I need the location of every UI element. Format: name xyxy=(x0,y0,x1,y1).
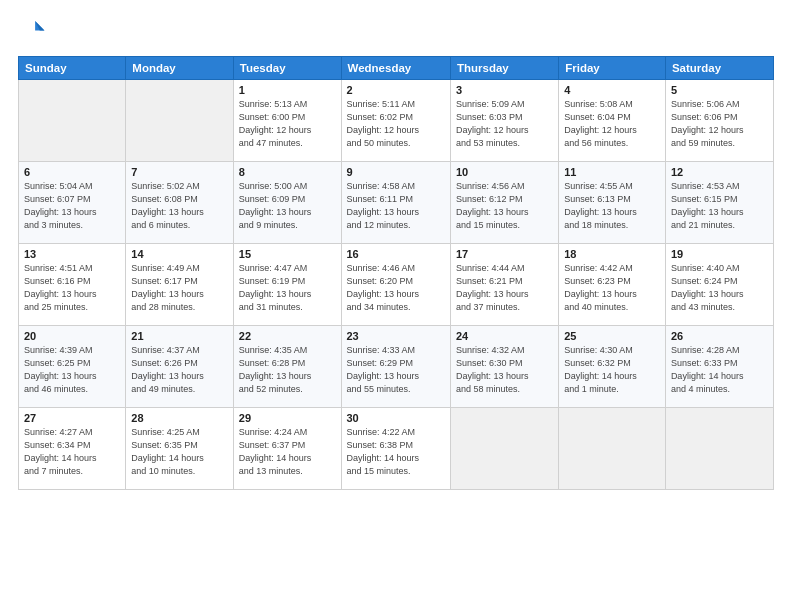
calendar-cell: 16Sunrise: 4:46 AM Sunset: 6:20 PM Dayli… xyxy=(341,244,450,326)
day-info: Sunrise: 4:22 AM Sunset: 6:38 PM Dayligh… xyxy=(347,426,445,478)
day-info: Sunrise: 4:42 AM Sunset: 6:23 PM Dayligh… xyxy=(564,262,660,314)
day-number: 3 xyxy=(456,84,553,96)
calendar-cell: 26Sunrise: 4:28 AM Sunset: 6:33 PM Dayli… xyxy=(665,326,773,408)
day-info: Sunrise: 4:51 AM Sunset: 6:16 PM Dayligh… xyxy=(24,262,120,314)
day-info: Sunrise: 4:53 AM Sunset: 6:15 PM Dayligh… xyxy=(671,180,768,232)
calendar-week-1: 1Sunrise: 5:13 AM Sunset: 6:00 PM Daylig… xyxy=(19,80,774,162)
calendar-cell: 2Sunrise: 5:11 AM Sunset: 6:02 PM Daylig… xyxy=(341,80,450,162)
day-info: Sunrise: 5:06 AM Sunset: 6:06 PM Dayligh… xyxy=(671,98,768,150)
calendar-cell: 1Sunrise: 5:13 AM Sunset: 6:00 PM Daylig… xyxy=(233,80,341,162)
day-info: Sunrise: 4:33 AM Sunset: 6:29 PM Dayligh… xyxy=(347,344,445,396)
day-info: Sunrise: 4:46 AM Sunset: 6:20 PM Dayligh… xyxy=(347,262,445,314)
day-info: Sunrise: 4:25 AM Sunset: 6:35 PM Dayligh… xyxy=(131,426,227,478)
day-number: 15 xyxy=(239,248,336,260)
calendar-cell xyxy=(450,408,558,490)
day-number: 4 xyxy=(564,84,660,96)
day-number: 28 xyxy=(131,412,227,424)
day-info: Sunrise: 4:47 AM Sunset: 6:19 PM Dayligh… xyxy=(239,262,336,314)
calendar-cell: 24Sunrise: 4:32 AM Sunset: 6:30 PM Dayli… xyxy=(450,326,558,408)
day-number: 29 xyxy=(239,412,336,424)
calendar-cell: 15Sunrise: 4:47 AM Sunset: 6:19 PM Dayli… xyxy=(233,244,341,326)
calendar-cell xyxy=(665,408,773,490)
day-info: Sunrise: 5:00 AM Sunset: 6:09 PM Dayligh… xyxy=(239,180,336,232)
day-number: 6 xyxy=(24,166,120,178)
day-number: 1 xyxy=(239,84,336,96)
day-info: Sunrise: 4:28 AM Sunset: 6:33 PM Dayligh… xyxy=(671,344,768,396)
day-number: 26 xyxy=(671,330,768,342)
weekday-row: SundayMondayTuesdayWednesdayThursdayFrid… xyxy=(19,57,774,80)
day-number: 13 xyxy=(24,248,120,260)
calendar-cell: 20Sunrise: 4:39 AM Sunset: 6:25 PM Dayli… xyxy=(19,326,126,408)
page: SundayMondayTuesdayWednesdayThursdayFrid… xyxy=(0,0,792,612)
day-number: 14 xyxy=(131,248,227,260)
header xyxy=(18,18,774,46)
day-number: 11 xyxy=(564,166,660,178)
day-number: 18 xyxy=(564,248,660,260)
weekday-header-friday: Friday xyxy=(559,57,666,80)
day-number: 7 xyxy=(131,166,227,178)
calendar-cell: 5Sunrise: 5:06 AM Sunset: 6:06 PM Daylig… xyxy=(665,80,773,162)
calendar-header: SundayMondayTuesdayWednesdayThursdayFrid… xyxy=(19,57,774,80)
calendar-week-4: 20Sunrise: 4:39 AM Sunset: 6:25 PM Dayli… xyxy=(19,326,774,408)
calendar-week-2: 6Sunrise: 5:04 AM Sunset: 6:07 PM Daylig… xyxy=(19,162,774,244)
day-info: Sunrise: 4:30 AM Sunset: 6:32 PM Dayligh… xyxy=(564,344,660,396)
day-info: Sunrise: 5:02 AM Sunset: 6:08 PM Dayligh… xyxy=(131,180,227,232)
calendar-cell: 3Sunrise: 5:09 AM Sunset: 6:03 PM Daylig… xyxy=(450,80,558,162)
day-info: Sunrise: 4:44 AM Sunset: 6:21 PM Dayligh… xyxy=(456,262,553,314)
day-info: Sunrise: 4:37 AM Sunset: 6:26 PM Dayligh… xyxy=(131,344,227,396)
day-info: Sunrise: 4:49 AM Sunset: 6:17 PM Dayligh… xyxy=(131,262,227,314)
day-info: Sunrise: 5:04 AM Sunset: 6:07 PM Dayligh… xyxy=(24,180,120,232)
day-info: Sunrise: 4:58 AM Sunset: 6:11 PM Dayligh… xyxy=(347,180,445,232)
day-info: Sunrise: 4:56 AM Sunset: 6:12 PM Dayligh… xyxy=(456,180,553,232)
calendar-week-5: 27Sunrise: 4:27 AM Sunset: 6:34 PM Dayli… xyxy=(19,408,774,490)
day-info: Sunrise: 4:24 AM Sunset: 6:37 PM Dayligh… xyxy=(239,426,336,478)
calendar-cell: 23Sunrise: 4:33 AM Sunset: 6:29 PM Dayli… xyxy=(341,326,450,408)
calendar-table: SundayMondayTuesdayWednesdayThursdayFrid… xyxy=(18,56,774,490)
calendar-cell: 10Sunrise: 4:56 AM Sunset: 6:12 PM Dayli… xyxy=(450,162,558,244)
weekday-header-thursday: Thursday xyxy=(450,57,558,80)
calendar-cell: 30Sunrise: 4:22 AM Sunset: 6:38 PM Dayli… xyxy=(341,408,450,490)
calendar-cell: 25Sunrise: 4:30 AM Sunset: 6:32 PM Dayli… xyxy=(559,326,666,408)
calendar-cell: 13Sunrise: 4:51 AM Sunset: 6:16 PM Dayli… xyxy=(19,244,126,326)
weekday-header-monday: Monday xyxy=(126,57,233,80)
calendar-cell: 28Sunrise: 4:25 AM Sunset: 6:35 PM Dayli… xyxy=(126,408,233,490)
calendar-cell: 14Sunrise: 4:49 AM Sunset: 6:17 PM Dayli… xyxy=(126,244,233,326)
logo-icon xyxy=(18,18,46,46)
calendar-cell: 29Sunrise: 4:24 AM Sunset: 6:37 PM Dayli… xyxy=(233,408,341,490)
day-number: 30 xyxy=(347,412,445,424)
day-info: Sunrise: 4:32 AM Sunset: 6:30 PM Dayligh… xyxy=(456,344,553,396)
day-number: 5 xyxy=(671,84,768,96)
day-number: 17 xyxy=(456,248,553,260)
calendar-cell: 21Sunrise: 4:37 AM Sunset: 6:26 PM Dayli… xyxy=(126,326,233,408)
day-info: Sunrise: 5:09 AM Sunset: 6:03 PM Dayligh… xyxy=(456,98,553,150)
day-info: Sunrise: 4:27 AM Sunset: 6:34 PM Dayligh… xyxy=(24,426,120,478)
calendar-week-3: 13Sunrise: 4:51 AM Sunset: 6:16 PM Dayli… xyxy=(19,244,774,326)
calendar-cell: 17Sunrise: 4:44 AM Sunset: 6:21 PM Dayli… xyxy=(450,244,558,326)
calendar-cell: 19Sunrise: 4:40 AM Sunset: 6:24 PM Dayli… xyxy=(665,244,773,326)
day-number: 10 xyxy=(456,166,553,178)
calendar-cell xyxy=(126,80,233,162)
day-number: 9 xyxy=(347,166,445,178)
calendar-cell: 11Sunrise: 4:55 AM Sunset: 6:13 PM Dayli… xyxy=(559,162,666,244)
weekday-header-saturday: Saturday xyxy=(665,57,773,80)
day-info: Sunrise: 5:13 AM Sunset: 6:00 PM Dayligh… xyxy=(239,98,336,150)
calendar-cell: 27Sunrise: 4:27 AM Sunset: 6:34 PM Dayli… xyxy=(19,408,126,490)
day-number: 27 xyxy=(24,412,120,424)
day-info: Sunrise: 5:08 AM Sunset: 6:04 PM Dayligh… xyxy=(564,98,660,150)
calendar-cell: 18Sunrise: 4:42 AM Sunset: 6:23 PM Dayli… xyxy=(559,244,666,326)
day-info: Sunrise: 5:11 AM Sunset: 6:02 PM Dayligh… xyxy=(347,98,445,150)
logo xyxy=(18,18,50,46)
day-number: 24 xyxy=(456,330,553,342)
day-number: 8 xyxy=(239,166,336,178)
weekday-header-wednesday: Wednesday xyxy=(341,57,450,80)
day-info: Sunrise: 4:40 AM Sunset: 6:24 PM Dayligh… xyxy=(671,262,768,314)
weekday-header-tuesday: Tuesday xyxy=(233,57,341,80)
day-number: 25 xyxy=(564,330,660,342)
day-number: 20 xyxy=(24,330,120,342)
day-number: 22 xyxy=(239,330,336,342)
calendar-cell: 8Sunrise: 5:00 AM Sunset: 6:09 PM Daylig… xyxy=(233,162,341,244)
calendar-cell: 12Sunrise: 4:53 AM Sunset: 6:15 PM Dayli… xyxy=(665,162,773,244)
day-number: 12 xyxy=(671,166,768,178)
day-number: 16 xyxy=(347,248,445,260)
day-number: 19 xyxy=(671,248,768,260)
